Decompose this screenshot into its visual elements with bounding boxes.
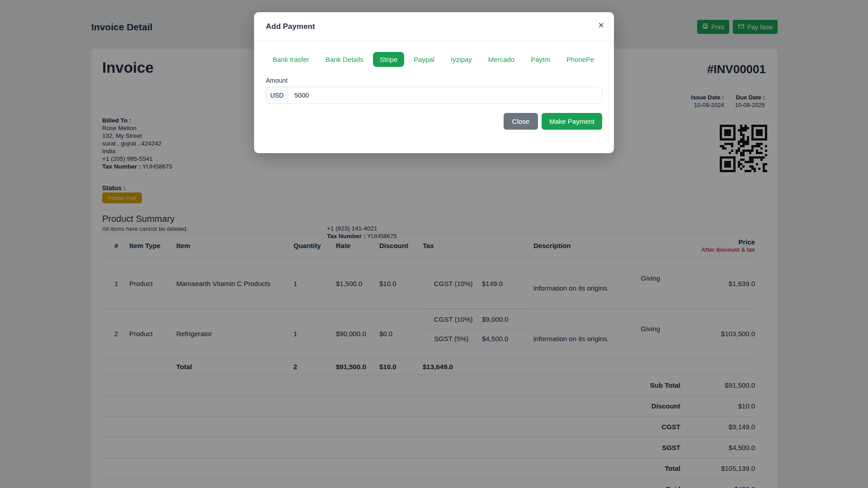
tab-iyzipay[interactable]: Iyzipay	[444, 52, 479, 67]
amount-input-group: USD	[266, 87, 602, 104]
close-icon[interactable]: ×	[598, 20, 604, 30]
modal-title: Add Payment	[266, 22, 315, 31]
tab-phonepe[interactable]: PhonePe	[560, 52, 601, 67]
tab-paytm[interactable]: Paytm	[524, 52, 557, 67]
modal-footer: Close Make Payment	[254, 104, 614, 153]
payment-method-tabs: Bank trasfer Bank Details Stripe Paypal …	[266, 52, 602, 67]
tab-bank-details[interactable]: Bank Details	[319, 52, 370, 67]
tab-stripe[interactable]: Stripe	[373, 52, 404, 67]
make-payment-button[interactable]: Make Payment	[542, 113, 602, 130]
amount-input[interactable]	[288, 87, 602, 103]
add-payment-modal: Add Payment × Bank trasfer Bank Details …	[254, 12, 614, 153]
close-button[interactable]: Close	[504, 113, 538, 130]
tab-bank-transfer[interactable]: Bank trasfer	[266, 52, 316, 67]
amount-label: Amount	[266, 77, 602, 84]
currency-prefix: USD	[266, 87, 288, 103]
tab-paypal[interactable]: Paypal	[407, 52, 441, 67]
modal-body: Bank trasfer Bank Details Stripe Paypal …	[254, 41, 614, 104]
modal-header: Add Payment ×	[254, 12, 614, 41]
tab-mercado[interactable]: Mercado	[481, 52, 521, 67]
